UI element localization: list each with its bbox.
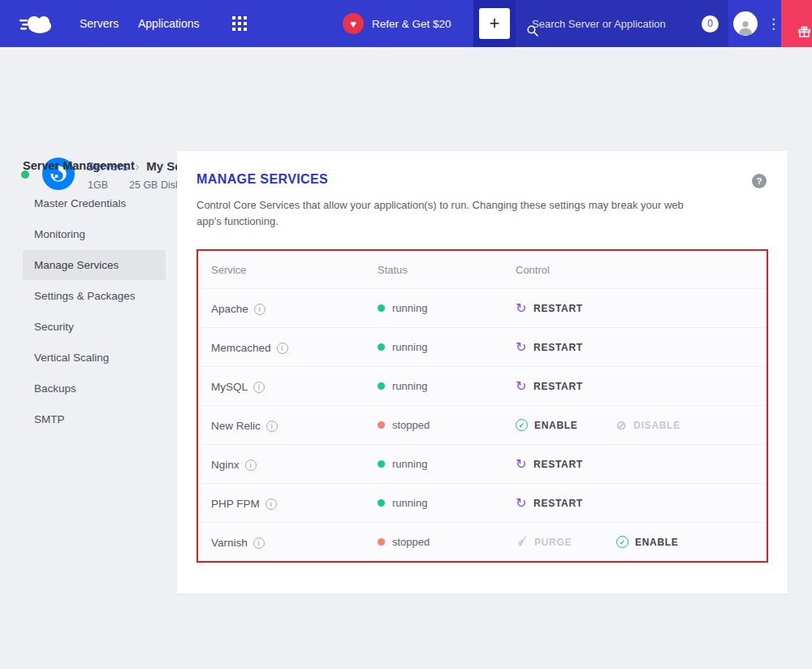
- gift-promo-button[interactable]: [781, 0, 812, 47]
- service-name: New Relic: [211, 420, 261, 432]
- kebab-menu-icon[interactable]: ⋮: [767, 0, 780, 47]
- heart-icon: ♥: [343, 13, 364, 34]
- service-name: Memcached: [211, 342, 271, 354]
- purge-broom-icon: [516, 535, 528, 550]
- service-name: MySQL: [211, 381, 248, 393]
- sidebar-item-vertical-scaling[interactable]: Vertical Scaling: [23, 343, 166, 373]
- status-text: stopped: [392, 536, 430, 548]
- restart-button[interactable]: ↻RESTART: [516, 497, 616, 510]
- status-text: running: [392, 380, 427, 392]
- status-dot: [378, 499, 385, 507]
- add-server-button[interactable]: +: [479, 8, 510, 39]
- restart-button[interactable]: ↻RESTART: [516, 302, 616, 315]
- sidebar-item-monitoring[interactable]: Monitoring: [23, 219, 166, 249]
- table-row: New Relici stopped ✓ENABLE ⊘DISABLE: [198, 405, 767, 444]
- sidebar-item-settings-packages[interactable]: Settings & Packages: [23, 281, 166, 311]
- status-text: stopped: [392, 419, 430, 431]
- status-text: running: [392, 497, 427, 509]
- enable-check-icon: ✓: [516, 419, 528, 431]
- server-management-sidebar: Server Management Master Credentials Mon…: [23, 159, 166, 435]
- enable-check-icon: ✓: [616, 536, 628, 548]
- info-icon[interactable]: i: [245, 460, 257, 471]
- help-icon[interactable]: ?: [752, 174, 767, 188]
- restart-icon: ↻: [516, 380, 527, 393]
- sidebar-item-security[interactable]: Security: [23, 312, 166, 342]
- restart-button[interactable]: ↻RESTART: [516, 458, 616, 471]
- table-row: Memcachedi running ↻RESTART: [198, 327, 767, 366]
- info-icon[interactable]: i: [254, 304, 266, 315]
- info-icon[interactable]: i: [266, 499, 277, 510]
- apps-grid-icon[interactable]: [232, 16, 247, 31]
- service-name: Nginx: [211, 459, 240, 471]
- plus-icon: +: [490, 13, 500, 34]
- user-avatar[interactable]: [733, 11, 758, 36]
- cloudways-logo-icon[interactable]: [13, 11, 62, 36]
- info-icon[interactable]: i: [266, 421, 278, 432]
- status-dot: [378, 382, 385, 390]
- nav-item-servers[interactable]: Servers: [80, 0, 119, 47]
- column-header-status: Status: [378, 264, 516, 276]
- sidebar-item-backups[interactable]: Backups: [23, 373, 166, 404]
- services-table: Service Status Control Apachei running ↻…: [197, 249, 768, 563]
- page-title: MANAGE SERVICES: [197, 172, 768, 187]
- global-search: 0: [516, 0, 728, 47]
- server-header: Servers › My Server ▾ ✎ 1GB 25 GB Disk D…: [0, 78, 812, 127]
- status-text: running: [392, 341, 427, 353]
- restart-icon: ↻: [516, 458, 527, 471]
- table-row: Apachei running ↻RESTART: [198, 288, 767, 327]
- column-header-service: Service: [211, 264, 378, 276]
- restart-icon: ↻: [516, 302, 527, 315]
- restart-icon: ↻: [516, 341, 527, 354]
- service-name: PHP FPM: [211, 498, 260, 510]
- info-icon[interactable]: i: [277, 343, 288, 354]
- status-text: running: [392, 302, 427, 314]
- refer-and-earn-button[interactable]: ♥ Refer & Get $20: [343, 0, 451, 47]
- table-row: Varnishi stopped PURGE ✓ENABLE: [198, 522, 767, 561]
- nav-item-applications[interactable]: Applications: [138, 0, 200, 47]
- status-dot: [378, 343, 385, 351]
- info-icon[interactable]: i: [253, 382, 265, 393]
- status-dot: [378, 304, 385, 312]
- enable-button[interactable]: ✓ENABLE: [616, 536, 679, 548]
- search-input[interactable]: [532, 18, 695, 30]
- status-dot: [378, 421, 385, 429]
- restart-icon: ↻: [516, 497, 527, 510]
- sidebar-item-smtp[interactable]: SMTP: [23, 404, 166, 434]
- sidebar-item-master-credentials[interactable]: Master Credentials: [23, 188, 166, 218]
- status-dot: [378, 538, 385, 546]
- status-dot: [378, 460, 385, 468]
- service-name: Apache: [211, 303, 248, 315]
- search-count-badge: 0: [702, 15, 719, 32]
- column-header-control: Control: [516, 264, 754, 276]
- add-region: +: [473, 0, 516, 47]
- table-header-row: Service Status Control: [198, 251, 767, 288]
- info-icon[interactable]: i: [253, 537, 265, 549]
- table-row: PHP FPMi running ↻RESTART: [198, 483, 767, 522]
- table-row: Nginxi running ↻RESTART: [198, 444, 767, 483]
- table-row: MySQLi running ↻RESTART: [198, 366, 767, 405]
- enable-button[interactable]: ✓ENABLE: [516, 419, 616, 431]
- status-text: running: [392, 458, 427, 470]
- restart-button[interactable]: ↻RESTART: [516, 341, 616, 354]
- sidebar-item-manage-services[interactable]: Manage Services: [23, 250, 166, 280]
- refer-label: Refer & Get $20: [372, 18, 451, 30]
- restart-button[interactable]: ↻RESTART: [516, 380, 616, 393]
- service-name: Varnish: [211, 537, 248, 549]
- page-description: Control Core Services that allow your ap…: [197, 197, 700, 230]
- purge-button: PURGE: [516, 535, 616, 550]
- sidebar-heading: Server Management: [23, 159, 166, 172]
- manage-services-card: MANAGE SERVICES ? Control Core Services …: [177, 151, 788, 593]
- disable-icon: ⊘: [616, 419, 627, 431]
- top-navbar: Servers Applications ♥ Refer & Get $20 +…: [0, 0, 812, 47]
- disable-button: ⊘DISABLE: [616, 419, 680, 431]
